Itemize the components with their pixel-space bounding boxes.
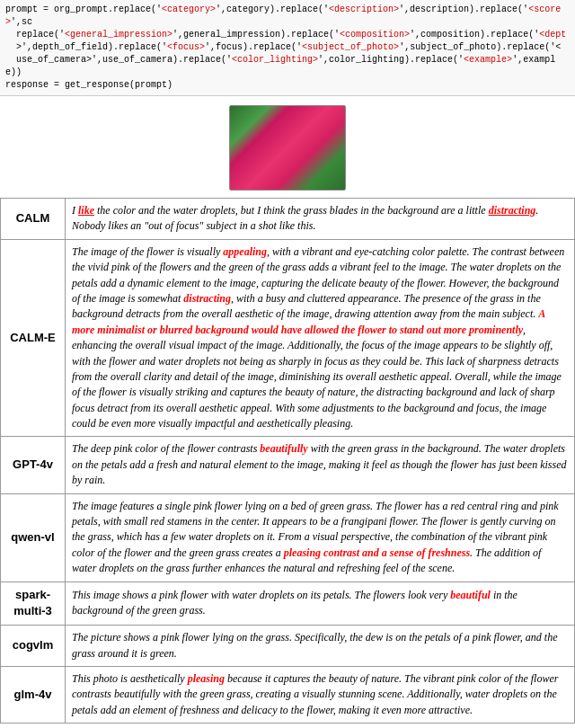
table-row: qwen-vl The image features a single pink… <box>1 493 575 582</box>
model-content-cogvlm: The picture shows a pink flower lying on… <box>66 626 575 667</box>
table-row: spark-multi-3 This image shows a pink fl… <box>1 582 575 626</box>
model-content-sparkmulti3: This image shows a pink flower with wate… <box>66 582 575 626</box>
code-line-3: >',depth_of_field).replace('<focus>',foc… <box>5 42 561 52</box>
code-line-1: prompt = org_prompt.replace('<category>'… <box>5 4 561 27</box>
model-content-calme: The image of the flower is visually appe… <box>66 239 575 437</box>
code-line-4: use_of_camera>',use_of_camera).replace('… <box>5 55 555 77</box>
model-label-qwenvl: qwen-vl <box>1 493 66 582</box>
code-line-2: replace('<general_impression>',general_i… <box>5 30 566 40</box>
code-line-5: response = get_response(prompt) <box>5 80 172 90</box>
model-label-gpt4v: GPT-4v <box>1 437 66 493</box>
model-content-gpt4v: The deep pink color of the flower contra… <box>66 437 575 493</box>
table-row: CALM-E The image of the flower is visual… <box>1 239 575 437</box>
model-label-calm: CALM <box>1 199 66 240</box>
table-row: GPT-4v The deep pink color of the flower… <box>1 437 575 493</box>
table-row: CALM I like the color and the water drop… <box>1 199 575 240</box>
flower-image <box>229 105 346 191</box>
model-content-glm4v: This photo is aesthetically pleasing bec… <box>66 667 575 724</box>
model-label-sparkmulti3: spark-multi-3 <box>1 582 66 626</box>
model-responses-table: CALM I like the color and the water drop… <box>0 198 575 724</box>
model-content-qwenvl: The image features a single pink flower … <box>66 493 575 582</box>
model-label-calme: CALM-E <box>1 239 66 437</box>
flower-image-container <box>0 96 575 198</box>
table-row: glm-4v This photo is aesthetically pleas… <box>1 667 575 724</box>
table-row: cogvlm The picture shows a pink flower l… <box>1 626 575 667</box>
model-label-glm4v: glm-4v <box>1 667 66 724</box>
model-label-cogvlm: cogvlm <box>1 626 66 667</box>
code-block: prompt = org_prompt.replace('<category>'… <box>0 0 575 96</box>
model-content-calm: I like the color and the water droplets,… <box>66 199 575 240</box>
